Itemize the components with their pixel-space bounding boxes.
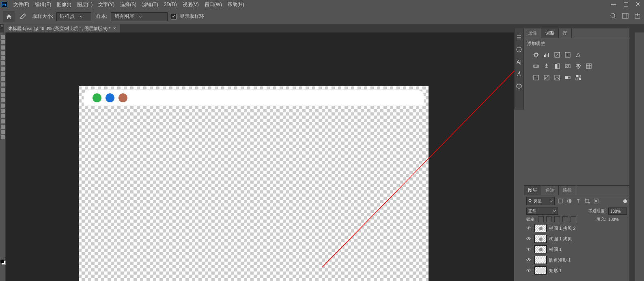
tool-slot[interactable] <box>1 93 5 97</box>
3d-panel-icon[interactable] <box>516 83 522 89</box>
threshold-icon[interactable] <box>554 74 560 81</box>
tool-slot[interactable] <box>1 72 5 76</box>
visibility-toggle[interactable]: 👁 <box>526 257 532 263</box>
menu-image[interactable]: 图像(I) <box>54 0 74 9</box>
tab-layers[interactable]: 图层 <box>524 186 541 195</box>
glyph-panel-icon[interactable]: A <box>516 71 522 77</box>
menu-help[interactable]: 帮助(H) <box>225 0 247 9</box>
visibility-toggle[interactable]: 👁 <box>526 246 532 252</box>
layer-thumbnail[interactable] <box>534 235 547 243</box>
tool-slot[interactable] <box>1 88 5 92</box>
tool-slot[interactable] <box>1 77 5 81</box>
maximize-button[interactable]: ▢ <box>620 0 632 8</box>
info-panel-icon[interactable]: i <box>516 46 522 53</box>
foreground-color[interactable] <box>0 259 4 263</box>
layer-thumbnail[interactable] <box>534 224 547 232</box>
lock-position-icon[interactable] <box>554 216 560 222</box>
curves-icon[interactable] <box>554 52 560 58</box>
visibility-toggle[interactable]: 👁 <box>526 236 532 242</box>
tool-slot[interactable] <box>1 104 5 108</box>
menu-view[interactable]: 视图(V) <box>180 0 202 9</box>
hue-sat-icon[interactable] <box>533 63 539 69</box>
show-sampling-ring-checkbox[interactable]: ✔ <box>171 14 177 19</box>
layer-row[interactable]: 👁 椭圆 1 拷贝 <box>524 233 629 244</box>
tab-strip-close[interactable]: × <box>0 24 4 28</box>
canvas-area[interactable] <box>6 32 514 281</box>
eyedropper-tool-icon[interactable] <box>18 12 28 22</box>
photo-filter-icon[interactable] <box>564 63 571 69</box>
tool-slot[interactable] <box>1 51 5 55</box>
tab-adjustments[interactable]: 调整 <box>541 28 559 38</box>
document-tab[interactable]: 未标题3.psd @ 49.3% (亮度/对比度 1, 图层蒙版/8) * × <box>4 24 120 32</box>
tool-slot[interactable] <box>1 135 5 139</box>
black-white-icon[interactable] <box>554 63 560 69</box>
sample-dropdown[interactable]: 所有图层 <box>111 12 168 21</box>
invert-icon[interactable] <box>533 74 539 81</box>
filter-shape-icon[interactable] <box>584 198 590 204</box>
blend-mode-dropdown[interactable]: 正常 <box>526 208 558 215</box>
selective-color-icon[interactable] <box>575 74 582 81</box>
tool-slot[interactable] <box>1 114 5 118</box>
tool-slot[interactable] <box>1 119 5 123</box>
menu-type[interactable]: 文字(Y) <box>95 0 117 9</box>
home-button[interactable] <box>3 11 15 22</box>
tool-slot[interactable] <box>1 82 5 86</box>
layer-row[interactable]: 👁 圆角矩形 1 <box>524 255 629 265</box>
filter-type-icon[interactable]: T <box>575 198 582 204</box>
tool-slot[interactable] <box>1 130 5 134</box>
tab-channels[interactable]: 通道 <box>541 186 559 195</box>
tool-slot[interactable] <box>1 67 5 71</box>
tool-slot[interactable] <box>1 56 5 60</box>
filter-adjustment-icon[interactable] <box>566 198 573 204</box>
layer-row[interactable]: 👁 矩形 1 <box>524 265 629 276</box>
sample-size-dropdown[interactable]: 取样点 <box>56 12 91 21</box>
tool-slot[interactable] <box>1 35 5 39</box>
lock-transparency-icon[interactable] <box>538 216 544 222</box>
menu-filter[interactable]: 滤镜(T) <box>139 0 161 9</box>
posterize-icon[interactable] <box>543 74 550 81</box>
tool-slot[interactable] <box>1 40 5 44</box>
channel-mixer-icon[interactable] <box>575 63 582 69</box>
workspace-icon[interactable] <box>622 13 629 20</box>
menu-3d[interactable]: 3D(D) <box>161 1 180 8</box>
visibility-toggle[interactable]: 👁 <box>526 268 532 273</box>
menu-edit[interactable]: 编辑(E) <box>32 0 54 9</box>
tool-slot[interactable] <box>1 61 5 65</box>
document-canvas[interactable] <box>79 86 429 281</box>
layer-thumbnail[interactable] <box>534 256 547 264</box>
history-panel-icon[interactable] <box>516 34 522 41</box>
search-icon[interactable] <box>610 13 616 20</box>
filter-toggle[interactable] <box>623 199 627 203</box>
minimize-button[interactable]: — <box>607 0 620 8</box>
vibrance-icon[interactable] <box>575 52 582 58</box>
panel-scrollbar[interactable] <box>629 28 635 281</box>
lock-paint-icon[interactable] <box>546 216 552 222</box>
opacity-input[interactable]: 100% <box>608 208 627 215</box>
filter-pixel-icon[interactable] <box>557 198 564 204</box>
layer-thumbnail[interactable] <box>534 266 547 275</box>
menu-select[interactable]: 选择(S) <box>117 0 139 9</box>
exposure-icon[interactable] <box>564 52 571 58</box>
gradient-map-icon[interactable] <box>564 74 571 81</box>
levels-icon[interactable] <box>543 52 550 58</box>
tool-slot[interactable] <box>1 109 5 113</box>
menu-file[interactable]: 文件(F) <box>11 0 32 9</box>
visibility-toggle[interactable]: 👁 <box>526 225 532 231</box>
tool-slot[interactable] <box>1 45 5 50</box>
share-icon[interactable] <box>634 13 641 20</box>
layer-thumbnail[interactable] <box>534 245 547 253</box>
tab-paths[interactable]: 路径 <box>559 186 576 195</box>
layer-filter-type-dropdown[interactable]: 类型 <box>526 197 555 205</box>
tab-libraries[interactable]: 库 <box>559 28 572 38</box>
menu-window[interactable]: 窗口(W) <box>202 0 225 9</box>
menu-layer[interactable]: 图层(L) <box>74 0 96 9</box>
character-panel-icon[interactable]: A| <box>516 58 522 65</box>
lock-all-icon[interactable] <box>571 216 576 222</box>
tool-slot[interactable] <box>1 125 5 129</box>
document-tab-close[interactable]: × <box>113 26 116 31</box>
tab-properties[interactable]: 属性 <box>524 28 541 38</box>
brightness-contrast-icon[interactable] <box>533 52 539 58</box>
fill-input[interactable]: 100% <box>608 217 627 222</box>
lock-artboard-icon[interactable] <box>562 216 568 222</box>
color-lookup-icon[interactable] <box>586 63 592 69</box>
